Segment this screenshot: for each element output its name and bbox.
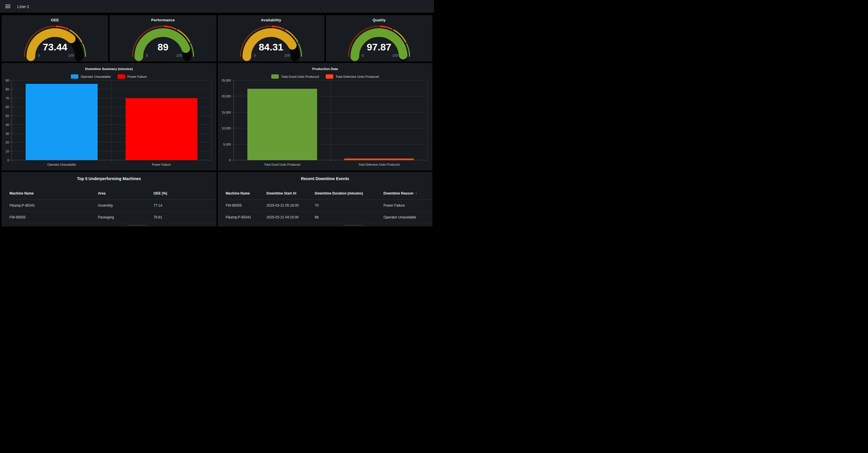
table-row: P&amp;P-853412025-03-21 04:15:0086Operat… (226, 212, 432, 223)
column-header-machine-name[interactable]: Machine Name (9, 191, 98, 195)
y-axis-tick (9, 142, 11, 142)
table-cell: Assembly (98, 204, 154, 208)
svg-text:100: 100 (176, 54, 182, 58)
table-cell: P&amp;P-85341 (226, 215, 267, 219)
legend-item-total-defective-units-produced[interactable]: Total Defective Units Produced (326, 74, 379, 79)
column-header-downtime-start-at[interactable]: Downtime Start At (267, 191, 315, 195)
gauge-arc: 97.870100 (346, 25, 412, 61)
y-axis-tick (9, 116, 11, 116)
y-axis-tick (231, 144, 234, 144)
plot-area: Total Good Units ProducedTotal Defective… (234, 81, 428, 160)
table-header-row: Machine NameDowntime Start AtDowntime Du… (226, 187, 432, 200)
sort-ascending-icon: ↑ (415, 191, 417, 195)
svg-text:89: 89 (158, 41, 168, 53)
y-axis-label: 30 (2, 132, 9, 135)
column-header-downtime-duration-minutes[interactable]: Downtime Duration (minutes) (315, 191, 383, 195)
svg-text:100: 100 (68, 54, 74, 58)
table-cell: Power Failure (383, 204, 432, 208)
gauge-panel-oee: OEE 73.440100 (2, 15, 108, 61)
vertical-gridline (211, 81, 212, 160)
gauge-panel-quality: Quality 97.870100 (326, 15, 432, 61)
table-cell: 86 (315, 215, 383, 219)
chart-legend: Operator UnavailablePower Failure (2, 74, 216, 79)
bar-total-defective-units-produced[interactable] (344, 158, 414, 160)
table-cell: Packaging (98, 215, 154, 219)
y-axis-label: 90 (2, 79, 9, 82)
legend-swatch-icon (118, 74, 125, 79)
y-axis-tick (9, 89, 11, 89)
table-cell: 79.81 (154, 215, 216, 219)
table-row: FW-85555Packaging79.81 (9, 212, 216, 223)
table-row-section: Top 5 Underperforming Machines Machine N… (2, 172, 432, 227)
column-header-area[interactable]: Area (98, 191, 154, 195)
x-axis-label: Total Good Units Produced (234, 163, 331, 166)
y-axis-label: 5,000 (218, 143, 231, 146)
y-axis-label: 10,000 (218, 126, 231, 130)
performance-gauge: 890100 (110, 25, 216, 61)
x-axis-label: Total Defective Units Produced (331, 163, 427, 166)
legend-item-power-failure[interactable]: Power Failure (118, 74, 147, 79)
legend-item-operator-unavailable[interactable]: Operator Unavailable (71, 74, 111, 79)
table-cell: 2025-03-21 04:15:00 (267, 215, 315, 219)
legend-label: Power Failure (127, 75, 147, 79)
gauge-arc: 73.440100 (22, 25, 88, 61)
legend-item-total-good-units-produced[interactable]: Total Good Units Produced (271, 74, 319, 79)
table-title: Recent Downtime Events (218, 176, 432, 181)
y-axis-tick (9, 133, 11, 134)
x-axis-tick (112, 160, 112, 162)
y-axis-tick (9, 107, 11, 107)
legend-label: Operator Unavailable (81, 75, 111, 79)
svg-text:0: 0 (362, 54, 364, 58)
table-row: FW-855552025-03-21 05:18:0070Power Failu… (226, 200, 432, 212)
production-data-panel: Production Data Total Good Units Produce… (218, 63, 433, 170)
chart-title: Downtime Summary (minutes) (2, 67, 216, 70)
hamburger-menu-icon (5, 4, 10, 9)
svg-text:100: 100 (392, 54, 398, 58)
table-pagination-button[interactable] (128, 225, 147, 227)
table-cell: Operator Unavailable (383, 215, 432, 219)
availability-gauge: 84.310100 (218, 25, 324, 61)
plot-area: Operator UnavailablePower Failure (11, 81, 211, 160)
table-title: Top 5 Underperforming Machines (2, 176, 216, 181)
panel-title: Availability (218, 18, 324, 22)
x-axis-tick (12, 160, 12, 162)
column-header-downtime-reason[interactable]: Downtime Reason↑ (383, 191, 432, 195)
downtime-bar-chart: Operator UnavailablePower Failure0102030… (2, 80, 216, 170)
y-axis-label: 10 (2, 150, 9, 153)
svg-text:84.31: 84.31 (259, 41, 283, 53)
chart-title: Production Data (218, 67, 432, 70)
legend-swatch-icon (271, 74, 279, 79)
legend-swatch-icon (326, 74, 333, 79)
y-axis-tick (9, 80, 11, 81)
table-pagination-button[interactable] (344, 225, 363, 227)
dashboard-title: Line-1 (17, 4, 29, 9)
legend-swatch-icon (71, 74, 78, 79)
chart-row: Downtime Summary (minutes) Operator Unav… (2, 63, 432, 170)
recent-downtime-table: Machine NameDowntime Start AtDowntime Du… (226, 187, 432, 223)
y-axis-tick (9, 124, 11, 125)
column-header-oee[interactable]: OEE (%) (154, 191, 216, 195)
y-axis-label: 40 (2, 123, 9, 126)
gauge-arc: 890100 (130, 25, 196, 61)
y-axis-label: 50 (2, 114, 9, 118)
downtime-summary-panel: Downtime Summary (minutes) Operator Unav… (2, 63, 216, 170)
column-header-machine-name[interactable]: Machine Name (226, 191, 267, 195)
gauge-panel-availability: Availability 84.310100 (218, 15, 324, 61)
recent-downtime-panel: Recent Downtime Events Machine NameDownt… (218, 172, 433, 227)
topbar: Line-1 (0, 0, 434, 13)
menu-button[interactable] (5, 3, 11, 10)
vertical-gridline (427, 81, 428, 160)
gauge-row: OEE 73.440100 Performance 890100 Availab… (2, 15, 432, 61)
x-axis-tick (427, 160, 428, 162)
panel-title: Performance (110, 18, 216, 22)
top5-underperforming-panel: Top 5 Underperforming Machines Machine N… (2, 172, 216, 227)
panel-title: Quality (326, 18, 432, 22)
dashboard-grid: OEE 73.440100 Performance 890100 Availab… (0, 13, 434, 227)
bar-total-good-units-produced[interactable] (247, 89, 317, 160)
svg-text:0: 0 (254, 54, 256, 58)
bar-power-failure[interactable] (126, 98, 197, 160)
legend-label: Total Defective Units Produced (336, 75, 379, 79)
table-cell: 70 (315, 204, 383, 208)
bar-operator-unavailable[interactable] (26, 84, 97, 160)
y-axis-label: 60 (2, 105, 9, 109)
